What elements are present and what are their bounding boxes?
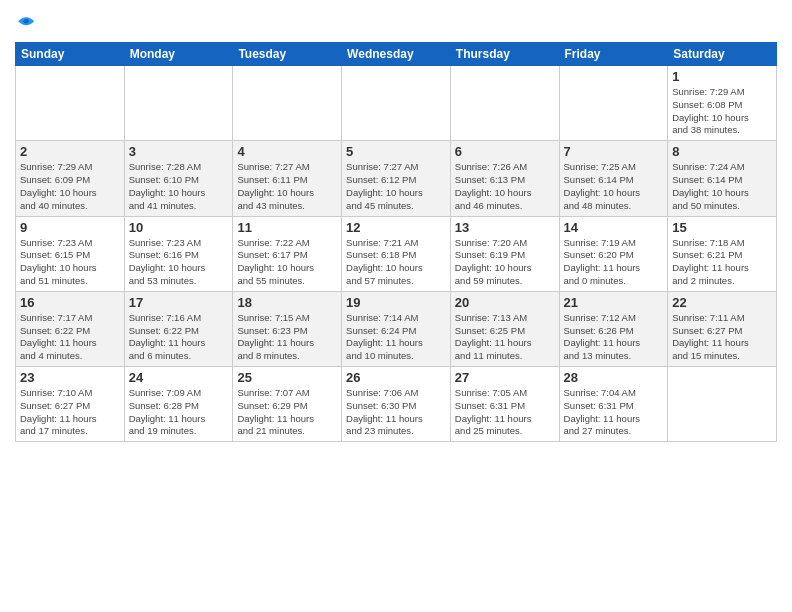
week-row-3: 9Sunrise: 7:23 AM Sunset: 6:15 PM Daylig… [16,216,777,291]
day-info: Sunrise: 7:23 AM Sunset: 6:15 PM Dayligh… [20,237,120,288]
calendar-cell: 12Sunrise: 7:21 AM Sunset: 6:18 PM Dayli… [342,216,451,291]
calendar-cell: 18Sunrise: 7:15 AM Sunset: 6:23 PM Dayli… [233,291,342,366]
day-number: 24 [129,370,229,385]
weekday-header-wednesday: Wednesday [342,43,451,66]
day-number: 14 [564,220,664,235]
calendar-cell: 23Sunrise: 7:10 AM Sunset: 6:27 PM Dayli… [16,367,125,442]
day-number: 11 [237,220,337,235]
weekday-header-tuesday: Tuesday [233,43,342,66]
calendar-cell: 15Sunrise: 7:18 AM Sunset: 6:21 PM Dayli… [668,216,777,291]
calendar-body: 1Sunrise: 7:29 AM Sunset: 6:08 PM Daylig… [16,66,777,442]
day-number: 25 [237,370,337,385]
day-info: Sunrise: 7:24 AM Sunset: 6:14 PM Dayligh… [672,161,772,212]
day-info: Sunrise: 7:19 AM Sunset: 6:20 PM Dayligh… [564,237,664,288]
day-number: 6 [455,144,555,159]
day-number: 16 [20,295,120,310]
calendar-cell [668,367,777,442]
day-info: Sunrise: 7:04 AM Sunset: 6:31 PM Dayligh… [564,387,664,438]
day-info: Sunrise: 7:06 AM Sunset: 6:30 PM Dayligh… [346,387,446,438]
calendar-cell: 5Sunrise: 7:27 AM Sunset: 6:12 PM Daylig… [342,141,451,216]
day-number: 22 [672,295,772,310]
calendar-cell: 26Sunrise: 7:06 AM Sunset: 6:30 PM Dayli… [342,367,451,442]
calendar-cell: 28Sunrise: 7:04 AM Sunset: 6:31 PM Dayli… [559,367,668,442]
calendar-cell: 27Sunrise: 7:05 AM Sunset: 6:31 PM Dayli… [450,367,559,442]
day-number: 5 [346,144,446,159]
weekday-header-saturday: Saturday [668,43,777,66]
day-info: Sunrise: 7:29 AM Sunset: 6:08 PM Dayligh… [672,86,772,137]
weekday-header-sunday: Sunday [16,43,125,66]
day-info: Sunrise: 7:23 AM Sunset: 6:16 PM Dayligh… [129,237,229,288]
calendar-cell: 3Sunrise: 7:28 AM Sunset: 6:10 PM Daylig… [124,141,233,216]
logo-icon [15,10,39,34]
day-number: 10 [129,220,229,235]
day-info: Sunrise: 7:05 AM Sunset: 6:31 PM Dayligh… [455,387,555,438]
day-info: Sunrise: 7:10 AM Sunset: 6:27 PM Dayligh… [20,387,120,438]
day-info: Sunrise: 7:12 AM Sunset: 6:26 PM Dayligh… [564,312,664,363]
day-number: 1 [672,69,772,84]
day-info: Sunrise: 7:27 AM Sunset: 6:12 PM Dayligh… [346,161,446,212]
day-info: Sunrise: 7:22 AM Sunset: 6:17 PM Dayligh… [237,237,337,288]
day-number: 13 [455,220,555,235]
day-info: Sunrise: 7:26 AM Sunset: 6:13 PM Dayligh… [455,161,555,212]
calendar-table: SundayMondayTuesdayWednesdayThursdayFrid… [15,42,777,442]
day-info: Sunrise: 7:13 AM Sunset: 6:25 PM Dayligh… [455,312,555,363]
calendar-cell: 24Sunrise: 7:09 AM Sunset: 6:28 PM Dayli… [124,367,233,442]
calendar-cell: 8Sunrise: 7:24 AM Sunset: 6:14 PM Daylig… [668,141,777,216]
calendar-header: SundayMondayTuesdayWednesdayThursdayFrid… [16,43,777,66]
calendar-cell: 7Sunrise: 7:25 AM Sunset: 6:14 PM Daylig… [559,141,668,216]
calendar-cell: 17Sunrise: 7:16 AM Sunset: 6:22 PM Dayli… [124,291,233,366]
day-number: 26 [346,370,446,385]
day-number: 12 [346,220,446,235]
calendar-cell [233,66,342,141]
day-number: 9 [20,220,120,235]
day-info: Sunrise: 7:18 AM Sunset: 6:21 PM Dayligh… [672,237,772,288]
calendar-cell: 6Sunrise: 7:26 AM Sunset: 6:13 PM Daylig… [450,141,559,216]
day-number: 3 [129,144,229,159]
day-number: 27 [455,370,555,385]
day-number: 28 [564,370,664,385]
calendar-cell [342,66,451,141]
day-info: Sunrise: 7:21 AM Sunset: 6:18 PM Dayligh… [346,237,446,288]
weekday-header-friday: Friday [559,43,668,66]
day-info: Sunrise: 7:11 AM Sunset: 6:27 PM Dayligh… [672,312,772,363]
day-number: 15 [672,220,772,235]
day-info: Sunrise: 7:28 AM Sunset: 6:10 PM Dayligh… [129,161,229,212]
weekday-header-thursday: Thursday [450,43,559,66]
logo [15,10,41,34]
calendar-cell: 21Sunrise: 7:12 AM Sunset: 6:26 PM Dayli… [559,291,668,366]
day-info: Sunrise: 7:07 AM Sunset: 6:29 PM Dayligh… [237,387,337,438]
calendar-cell: 4Sunrise: 7:27 AM Sunset: 6:11 PM Daylig… [233,141,342,216]
calendar-cell: 13Sunrise: 7:20 AM Sunset: 6:19 PM Dayli… [450,216,559,291]
day-number: 19 [346,295,446,310]
calendar-cell: 1Sunrise: 7:29 AM Sunset: 6:08 PM Daylig… [668,66,777,141]
calendar-cell: 2Sunrise: 7:29 AM Sunset: 6:09 PM Daylig… [16,141,125,216]
day-number: 17 [129,295,229,310]
day-info: Sunrise: 7:20 AM Sunset: 6:19 PM Dayligh… [455,237,555,288]
calendar-cell [559,66,668,141]
weekday-row: SundayMondayTuesdayWednesdayThursdayFrid… [16,43,777,66]
week-row-2: 2Sunrise: 7:29 AM Sunset: 6:09 PM Daylig… [16,141,777,216]
day-number: 2 [20,144,120,159]
week-row-4: 16Sunrise: 7:17 AM Sunset: 6:22 PM Dayli… [16,291,777,366]
calendar-cell: 10Sunrise: 7:23 AM Sunset: 6:16 PM Dayli… [124,216,233,291]
header [15,10,777,34]
day-info: Sunrise: 7:15 AM Sunset: 6:23 PM Dayligh… [237,312,337,363]
calendar-cell: 19Sunrise: 7:14 AM Sunset: 6:24 PM Dayli… [342,291,451,366]
weekday-header-monday: Monday [124,43,233,66]
day-info: Sunrise: 7:25 AM Sunset: 6:14 PM Dayligh… [564,161,664,212]
calendar-cell: 22Sunrise: 7:11 AM Sunset: 6:27 PM Dayli… [668,291,777,366]
calendar-cell: 25Sunrise: 7:07 AM Sunset: 6:29 PM Dayli… [233,367,342,442]
day-info: Sunrise: 7:27 AM Sunset: 6:11 PM Dayligh… [237,161,337,212]
week-row-5: 23Sunrise: 7:10 AM Sunset: 6:27 PM Dayli… [16,367,777,442]
day-info: Sunrise: 7:16 AM Sunset: 6:22 PM Dayligh… [129,312,229,363]
calendar-cell: 16Sunrise: 7:17 AM Sunset: 6:22 PM Dayli… [16,291,125,366]
calendar-cell: 20Sunrise: 7:13 AM Sunset: 6:25 PM Dayli… [450,291,559,366]
day-number: 21 [564,295,664,310]
calendar-cell: 14Sunrise: 7:19 AM Sunset: 6:20 PM Dayli… [559,216,668,291]
day-info: Sunrise: 7:29 AM Sunset: 6:09 PM Dayligh… [20,161,120,212]
day-number: 7 [564,144,664,159]
day-number: 23 [20,370,120,385]
day-number: 8 [672,144,772,159]
calendar-cell [450,66,559,141]
page: SundayMondayTuesdayWednesdayThursdayFrid… [0,0,792,612]
